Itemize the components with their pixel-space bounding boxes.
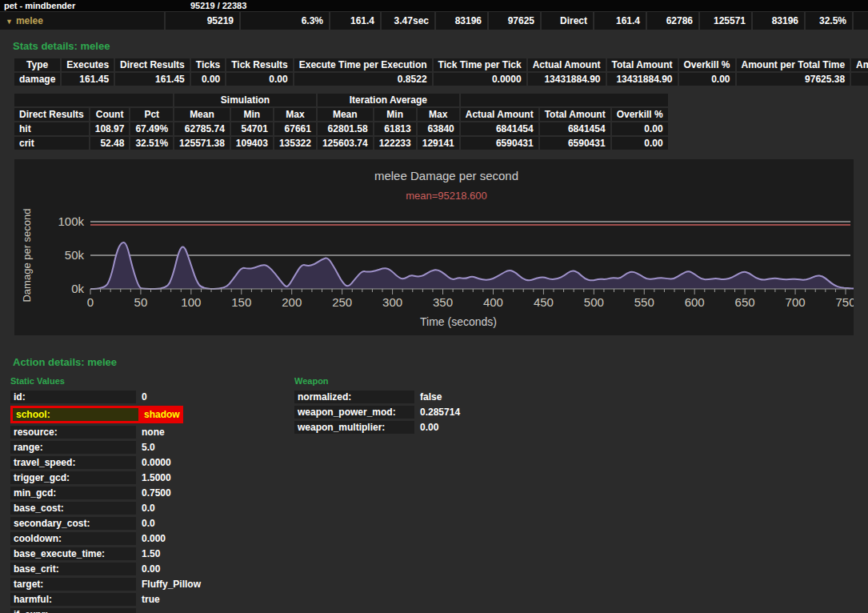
stats-table: TypeExecutesDirect ResultsTicksTick Resu… (13, 57, 868, 87)
param-value: 0.0 (142, 503, 155, 514)
results-row: crit52.4832.51%125571.381094031353221256… (14, 137, 668, 150)
results-group-header-cell (461, 94, 668, 106)
results-cell: 109403 (231, 137, 273, 150)
results-header-cell: Actual Amount (461, 108, 538, 121)
param-row-normalized: normalized:false (294, 391, 460, 403)
stats-table-cell: damage (14, 73, 60, 86)
results-cell: 62801.58 (318, 122, 373, 135)
param-row-weapon-multiplier: weapon_multiplier:0.00 (294, 421, 460, 434)
chart-mean-label: mean=95218.600 (406, 190, 487, 202)
param-value: 1.5000 (142, 472, 171, 483)
param-label: base_crit: (10, 563, 136, 575)
param-label: min_gcd: (10, 487, 136, 499)
y-tick-label: 100k (58, 214, 84, 228)
results-cell: 122233 (374, 137, 416, 150)
param-row-cooldown: cooldown:0.000 (10, 532, 294, 545)
param-row-id: id:0 (10, 391, 294, 403)
dps-area-fill (90, 242, 854, 289)
param-row-range: range:5.0 (10, 441, 294, 454)
x-tick-label: 650 (735, 295, 755, 309)
results-cell: 108.97 (90, 122, 130, 135)
results-header-cell: Min (231, 108, 273, 121)
param-row-base-crit: base_crit:0.00 (10, 563, 294, 575)
weapon-panel: Weapon normalized:falseweapon_power_mod:… (294, 376, 460, 436)
param-label: weapon_multiplier: (294, 421, 414, 434)
results-cell: 32.51% (130, 137, 173, 150)
summary-cell-empty (854, 12, 868, 30)
chart-title: melee Damage per second (374, 169, 518, 182)
x-tick-label: 50 (134, 295, 148, 309)
results-header-cell: Mean (174, 108, 230, 121)
param-value: 0.0 (142, 518, 155, 529)
param-label: travel_speed: (10, 456, 136, 469)
results-cell: 52.48 (90, 137, 130, 150)
results-cell: 125571.38 (174, 137, 230, 150)
y-tick-label: 50k (65, 248, 85, 262)
stats-table-cell: 161.45 (62, 73, 114, 86)
param-value: 0.00 (420, 422, 438, 433)
summary-cell: 161.4 (594, 12, 646, 30)
param-label: base_cost: (10, 502, 136, 515)
x-tick-label: 150 (231, 295, 251, 309)
stats-table-header-cell: Tick Results (226, 58, 292, 71)
param-row-trigger-gcd: trigger_gcd:1.5000 (10, 471, 294, 484)
player-name: pet - mindbender (4, 0, 75, 11)
param-label: school: (13, 408, 138, 421)
x-tick-label: 200 (282, 295, 302, 309)
x-axis-title: Time (seconds) (420, 315, 497, 328)
direct-results-table: SimulationIteration AverageDirect Result… (13, 92, 670, 151)
results-cell: 67661 (274, 122, 316, 135)
param-label: base_execute_time: (10, 547, 136, 560)
results-cell: crit (14, 137, 89, 150)
x-tick-label: 400 (483, 295, 503, 309)
summary-cell: 125571 (700, 12, 751, 30)
ability-toggle[interactable]: ▼melee (0, 12, 164, 30)
param-label: target: (10, 578, 136, 591)
param-label: normalized: (294, 391, 414, 403)
static-values-panel: Static Values id:0school:shadowresource:… (10, 376, 294, 613)
results-group-header-row: SimulationIteration Average (14, 94, 668, 106)
stats-table-cell: 0.00 (191, 73, 225, 86)
results-cell: hit (14, 122, 89, 135)
param-value: shadow (144, 409, 180, 420)
stats-table-cell: 0.8522 (294, 73, 432, 86)
results-cell: 6841454 (540, 122, 610, 135)
results-cell: 129141 (418, 137, 459, 150)
ability-summary-row: ▼melee 952196.3%161.43.47sec8319697625Di… (0, 12, 868, 30)
stats-table-cell: 0.00 (679, 73, 735, 86)
summary-cell: 32.5% (806, 12, 852, 30)
x-tick-label: 500 (584, 295, 604, 309)
results-cell: 125603.74 (318, 137, 373, 150)
param-value: 5.0 (142, 442, 155, 453)
param-value: 0 (142, 391, 147, 403)
ability-name: melee (16, 15, 43, 26)
results-header-cell: Pct (130, 108, 173, 121)
summary-cell: 97625 (489, 12, 540, 30)
param-row-resource: resource:none (10, 426, 294, 439)
results-group-header-cell: Iteration Average (318, 94, 459, 106)
results-header-cell: Max (274, 108, 316, 121)
param-row-min-gcd: min_gcd:0.7500 (10, 487, 294, 499)
results-cell: 63840 (418, 122, 459, 135)
stats-table-header-cell: Executes (62, 58, 114, 71)
param-label: range: (10, 441, 136, 454)
results-cell: 62785.74 (174, 122, 230, 135)
y-axis-title: Damage per second (21, 208, 33, 302)
results-cell: 54701 (231, 122, 273, 135)
param-row-target: target:Fluffy_Pillow (10, 578, 294, 591)
stats-section-title: Stats details: melee (13, 40, 868, 52)
param-row-if-expr: if_expr: (10, 608, 294, 613)
stats-table-cell: 97625.38 (737, 73, 850, 86)
summary-cell: Direct (542, 12, 593, 30)
param-value: 0.00 (142, 563, 160, 575)
results-group-header-cell: Simulation (174, 94, 316, 106)
param-label: resource: (10, 426, 136, 439)
stats-table-cell: 0.00 (226, 73, 292, 86)
stats-table-header-cell: Execute Time per Execution (294, 58, 432, 71)
x-tick-label: 250 (332, 295, 352, 309)
results-cell: 0.00 (612, 122, 668, 135)
param-value: 1.50 (142, 548, 160, 559)
param-label: if_expr: (10, 608, 136, 613)
x-tick-label: 350 (433, 295, 453, 309)
stats-table-header-cell: Actual Amount (528, 58, 606, 71)
